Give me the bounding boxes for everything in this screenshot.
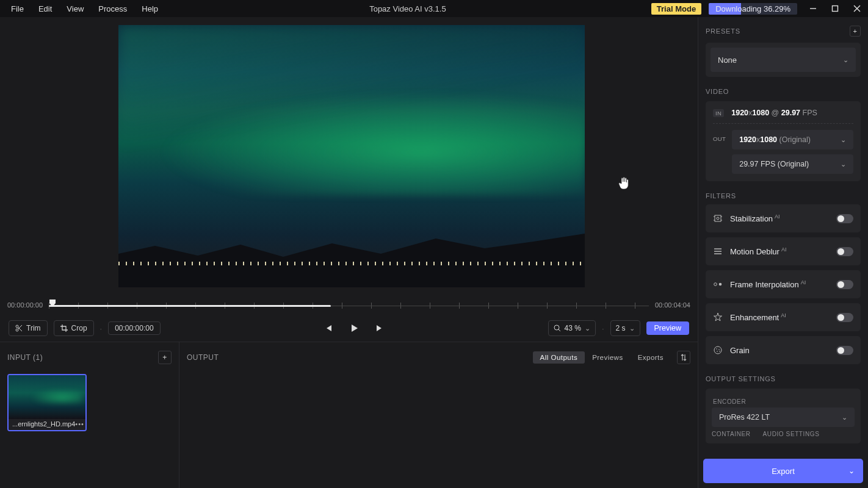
download-progress-badge: Downloading 36.29% [709,3,797,15]
enhancement-icon [713,312,723,322]
frame-interpolation-icon [713,279,723,289]
output-sort-button[interactable] [677,351,690,364]
menu-file[interactable]: File [5,2,30,16]
filter-grain[interactable]: Grain [706,336,861,364]
svg-point-5 [16,329,18,331]
menu-help[interactable]: Help [136,2,164,16]
menu-process[interactable]: Process [92,2,133,16]
crop-icon [60,325,68,332]
grain-icon [713,345,723,355]
input-panel: INPUT (1) + ...ernlights2_HD.mp4 ••• [0,342,179,488]
svg-point-14 [714,346,722,354]
svg-point-12 [714,283,717,286]
preview-button[interactable]: Preview [646,321,689,335]
preview-duration-selector[interactable]: 2 s⌄ [610,320,640,336]
timeline-track[interactable] [49,300,649,310]
frame-interpolation-toggle[interactable] [836,280,853,289]
svg-rect-1 [833,6,838,12]
motion-deblur-toggle[interactable] [836,247,853,256]
input-thumbnail[interactable]: ...ernlights2_HD.mp4 ••• [7,374,87,431]
timeline[interactable]: 00:00:00:00 00:00:04:04 [0,295,698,315]
svg-line-7 [18,325,23,329]
timeline-start-time: 00:00:00:00 [7,301,43,309]
thumbnail-menu-button[interactable]: ••• [75,420,84,428]
svg-point-15 [716,348,717,350]
play-button[interactable] [349,323,359,333]
svg-line-9 [559,329,560,331]
magnifier-icon [554,325,561,332]
trim-button[interactable]: Trim [9,320,48,336]
svg-point-8 [554,325,559,330]
enhancement-toggle[interactable] [836,313,853,322]
presets-section-label: PRESETS + [706,26,861,37]
step-forward-button[interactable] [375,323,385,333]
preview-viewport[interactable] [0,17,698,295]
svg-rect-10 [715,215,721,221]
svg-point-17 [717,351,718,352]
export-button[interactable]: Export⌄ [703,459,863,483]
filter-frame-interpolation[interactable]: Frame InterpolationAI [706,270,861,298]
title-bar: File Edit View Process Help Topaz Video … [0,0,868,17]
output-fps-selector[interactable]: 29.97 FPS (Original)⌄ [732,154,853,174]
scissors-icon [15,325,23,332]
playback-controls-row: Trim Crop · 00:00:00:00 43 %⌄ · 2 s⌄ [0,315,698,342]
encoder-label: ENCODER [713,398,855,405]
add-input-button[interactable]: + [158,351,172,364]
output-settings-section-label: OUTPUT SETTINGS [706,375,861,382]
video-frame [118,25,585,287]
tab-all-outputs[interactable]: All Outputs [533,351,585,364]
settings-sidebar: PRESETS + None⌄ VIDEO IN 1920x1080 @ 29.… [698,17,868,488]
menu-view[interactable]: View [60,2,90,16]
svg-line-6 [18,328,23,332]
sort-icon [681,354,687,361]
stabilization-icon [713,214,723,223]
crop-button[interactable]: Crop [54,320,94,336]
playhead[interactable] [49,299,56,307]
audio-settings-label: AUDIO SETTINGS [763,431,820,437]
filter-motion-deblur[interactable]: Motion DeblurAI [706,237,861,265]
window-minimize-button[interactable] [807,2,819,15]
step-back-button[interactable] [324,323,333,333]
encoder-selector[interactable]: ProRes 422 LT⌄ [712,407,855,427]
tab-exports[interactable]: Exports [631,351,671,364]
add-preset-button[interactable]: + [850,26,861,37]
svg-point-13 [719,283,722,286]
thumbnail-caption: ...ernlights2_HD.mp4 [12,420,75,428]
tab-previews[interactable]: Previews [585,351,631,364]
preset-selector[interactable]: None⌄ [711,48,856,72]
hand-cursor-icon [617,176,631,190]
svg-point-18 [719,351,720,352]
timecode-display[interactable]: 00:00:00:00 [108,321,160,335]
filter-stabilization[interactable]: StabilizationAI [706,204,861,232]
video-section-label: VIDEO [706,88,861,95]
input-panel-header: INPUT (1) [7,353,43,362]
svg-point-11 [717,217,719,220]
grain-toggle[interactable] [836,346,853,355]
output-panel: OUTPUT All Outputs Previews Exports [179,342,698,488]
output-panel-header: OUTPUT [187,353,219,362]
video-in-info: IN 1920x1080 @ 29.97 FPS [713,109,853,117]
filter-enhancement[interactable]: EnhancementAI [706,303,861,331]
window-close-button[interactable] [851,2,863,15]
window-maximize-button[interactable] [829,2,841,15]
filters-section-label: FILTERS [706,192,861,199]
zoom-selector[interactable]: 43 %⌄ [548,320,596,336]
motion-deblur-icon [713,246,723,256]
app-title: Topaz Video AI v3.1.5 [167,4,649,13]
trial-mode-badge: Trial Mode [651,3,701,15]
output-filter-segment: All Outputs Previews Exports [533,351,671,364]
container-label: CONTAINER [712,431,751,437]
video-out-tag: OUT [713,135,726,142]
menu-edit[interactable]: Edit [32,2,58,16]
svg-point-4 [16,325,18,328]
output-resolution-selector[interactable]: 1920x1080 (Original)⌄ [732,130,853,149]
timeline-end-time: 00:00:04:04 [655,301,690,309]
stabilization-toggle[interactable] [836,214,853,223]
svg-point-16 [718,349,720,350]
thumbnail-image [9,375,85,419]
